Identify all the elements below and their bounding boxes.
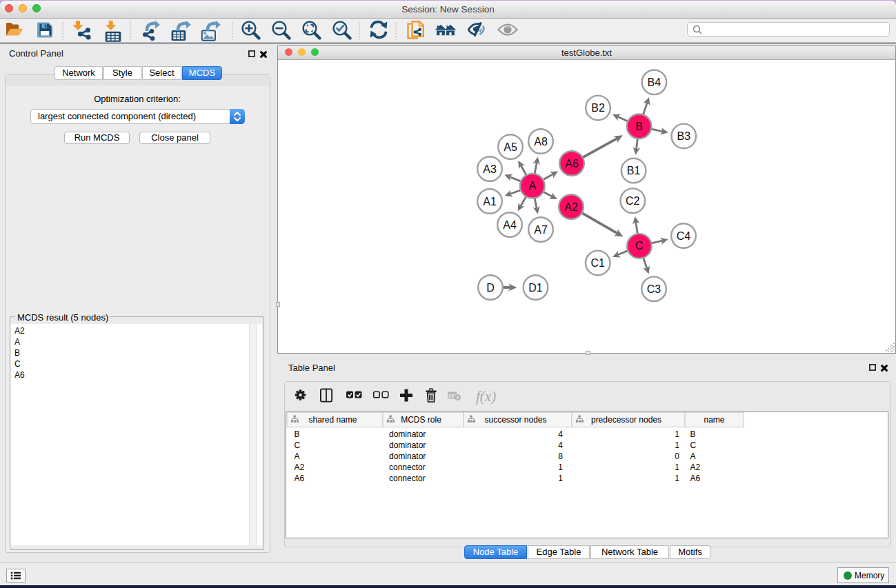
svg-text:A2: A2	[295, 463, 305, 472]
svg-text:f(x): f(x)	[476, 388, 496, 405]
svg-text:A3: A3	[483, 163, 497, 175]
svg-text:1: 1	[675, 463, 679, 472]
svg-text:1: 1	[675, 429, 679, 439]
svg-text:connector: connector	[389, 463, 426, 472]
svg-text:D: D	[486, 282, 495, 294]
svg-text:4: 4	[558, 429, 563, 439]
svg-text:B4: B4	[648, 77, 661, 88]
svg-text:MCDS role: MCDS role	[401, 415, 441, 425]
svg-text:C: C	[690, 440, 697, 450]
svg-text:dominator: dominator	[389, 452, 426, 461]
svg-text:dominator: dominator	[389, 429, 426, 439]
svg-text:predecessor nodes: predecessor nodes	[591, 415, 661, 425]
svg-text:B: B	[635, 121, 643, 132]
svg-text:8: 8	[558, 452, 563, 461]
svg-text:A6: A6	[295, 474, 305, 483]
svg-text:A6: A6	[565, 158, 579, 170]
svg-text:A5: A5	[504, 141, 517, 153]
svg-text:B: B	[690, 429, 696, 439]
svg-text:A2: A2	[564, 201, 578, 213]
svg-text:A2: A2	[690, 463, 701, 472]
svg-text:1: 1	[675, 440, 679, 450]
svg-text:B3: B3	[677, 130, 691, 142]
svg-text:0: 0	[675, 452, 679, 461]
svg-text:shared name: shared name	[308, 415, 357, 425]
svg-text:A8: A8	[534, 136, 548, 148]
svg-text:C: C	[635, 240, 644, 252]
svg-text:name: name	[704, 415, 724, 425]
svg-text:1: 1	[558, 463, 563, 472]
svg-text:4: 4	[558, 440, 563, 450]
svg-text:1: 1	[675, 474, 679, 483]
svg-text:dominator: dominator	[389, 440, 426, 450]
svg-text:C3: C3	[647, 283, 661, 295]
svg-text:A: A	[690, 452, 696, 461]
svg-text:A: A	[295, 452, 300, 461]
svg-text:B: B	[295, 429, 300, 439]
svg-text:C1: C1	[590, 257, 605, 269]
svg-text:successor nodes: successor nodes	[484, 415, 546, 425]
svg-text:A7: A7	[534, 224, 548, 236]
svg-text:1: 1	[558, 474, 563, 483]
svg-text:C4: C4	[677, 230, 691, 242]
svg-text:D1: D1	[528, 282, 543, 294]
svg-text:A1: A1	[483, 196, 497, 207]
svg-text:connector: connector	[389, 474, 426, 483]
svg-text:B2: B2	[591, 102, 605, 114]
svg-text:B1: B1	[627, 165, 641, 176]
svg-text:A4: A4	[503, 219, 517, 231]
svg-text:A6: A6	[690, 474, 701, 483]
svg-text:C2: C2	[626, 195, 640, 207]
svg-text:A: A	[528, 180, 536, 192]
svg-text:C: C	[295, 440, 301, 450]
